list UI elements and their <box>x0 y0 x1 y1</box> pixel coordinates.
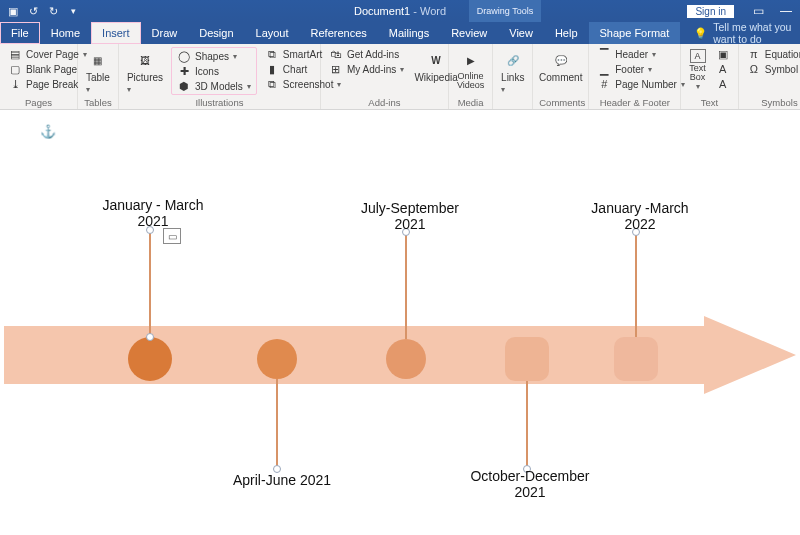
anchor-icon: ⚓ <box>40 124 56 139</box>
screenshot-icon: ⧉ <box>265 77 279 91</box>
group-header-footer: ▔Header ▁Footer #Page Number Header & Fo… <box>589 44 681 109</box>
timeline-label-4[interactable]: October-December 2021 <box>470 468 590 500</box>
tab-review[interactable]: Review <box>440 22 498 44</box>
header-button[interactable]: ▔Header <box>595 47 687 61</box>
window-controls: Sign in ▭ — <box>687 0 800 22</box>
group-illustrations: 🖼 Pictures ◯Shapes ✚Icons ⬢3D Models ⧉Sm… <box>119 44 321 109</box>
shapes-icon: ◯ <box>177 49 191 63</box>
tab-view[interactable]: View <box>498 22 544 44</box>
tab-design[interactable]: Design <box>188 22 244 44</box>
timeline-marker-4[interactable] <box>505 337 549 381</box>
qat-customize-icon[interactable]: ▾ <box>66 4 80 18</box>
connector-4[interactable] <box>526 381 528 469</box>
tab-draw[interactable]: Draw <box>141 22 189 44</box>
tab-home[interactable]: Home <box>40 22 91 44</box>
contextual-tab-drawing-tools: Drawing Tools <box>469 0 541 22</box>
timeline-marker-2[interactable] <box>257 339 297 379</box>
wordart-icon: A <box>716 62 730 76</box>
undo-icon[interactable]: ↺ <box>26 4 40 18</box>
group-label: Text <box>687 96 732 108</box>
chart-icon: ▮ <box>265 62 279 76</box>
tab-mailings[interactable]: Mailings <box>378 22 440 44</box>
symbol-button[interactable]: ΩSymbol <box>745 62 800 76</box>
redo-icon[interactable]: ↻ <box>46 4 60 18</box>
timeline-label-3[interactable]: July-September 2021 <box>350 200 470 232</box>
tell-me-placeholder: Tell me what you want to do <box>713 21 800 45</box>
group-label: Header & Footer <box>595 96 674 108</box>
page-number-button[interactable]: #Page Number <box>595 77 687 91</box>
addins-icon: ⊞ <box>329 62 343 76</box>
blank-page-icon: ▢ <box>8 62 22 76</box>
pictures-icon: 🖼 <box>134 49 156 71</box>
group-label: Symbols <box>745 96 800 108</box>
smartart-icon: ⧉ <box>265 47 279 61</box>
timeline-marker-5[interactable] <box>614 337 658 381</box>
store-icon: 🛍 <box>329 47 343 61</box>
page-break-button[interactable]: ⤓Page Break <box>6 77 89 91</box>
connector-1[interactable] <box>149 230 151 337</box>
get-addins-button[interactable]: 🛍Get Add-ins <box>327 47 406 61</box>
timeline-label-5[interactable]: January -March 2022 <box>580 200 700 232</box>
ribbon: ▤Cover Page ▢Blank Page ⤓Page Break Page… <box>0 44 800 110</box>
timeline-label-1[interactable]: January - March 2021 <box>88 197 218 229</box>
equation-button[interactable]: πEquation <box>745 47 800 61</box>
window-title: Document1 - Word <box>0 5 800 17</box>
table-button[interactable]: ▦ Table <box>84 47 112 96</box>
symbol-icon: Ω <box>747 62 761 76</box>
connector-2[interactable] <box>276 379 278 469</box>
online-videos-button[interactable]: ▶ Online Videos <box>455 47 486 92</box>
document-canvas[interactable]: ⚓ January - March 2021 July-September 20… <box>0 110 800 535</box>
drop-cap-icon: A <box>716 77 730 91</box>
wordart-button[interactable]: A <box>714 62 732 76</box>
header-icon: ▔ <box>597 47 611 61</box>
footer-button[interactable]: ▁Footer <box>595 62 687 76</box>
shapes-button[interactable]: ◯Shapes <box>175 49 253 63</box>
connector-3[interactable] <box>405 232 407 339</box>
layout-options-button[interactable]: ▭ <box>163 228 181 244</box>
icons-button[interactable]: ✚Icons <box>175 64 253 78</box>
sign-in-button[interactable]: Sign in <box>687 5 734 18</box>
video-icon: ▶ <box>460 49 482 71</box>
tab-file[interactable]: File <box>0 22 40 44</box>
cover-page-button[interactable]: ▤Cover Page <box>6 47 89 61</box>
cover-page-icon: ▤ <box>8 47 22 61</box>
connector-5[interactable] <box>635 232 637 337</box>
minimize-icon[interactable]: — <box>772 4 800 18</box>
tab-insert[interactable]: Insert <box>91 22 141 44</box>
drop-cap-button[interactable]: A <box>714 77 732 91</box>
text-box-icon: A <box>690 49 706 63</box>
3d-models-button[interactable]: ⬢3D Models <box>175 79 253 93</box>
quick-parts-button[interactable]: ▣ <box>714 47 732 61</box>
illustrations-highlight-box: ◯Shapes ✚Icons ⬢3D Models <box>171 47 257 95</box>
group-label: Illustrations <box>125 96 314 108</box>
links-button[interactable]: 🔗 Links <box>499 47 526 96</box>
quick-parts-icon: ▣ <box>716 47 730 61</box>
timeline-marker-3[interactable] <box>386 339 426 379</box>
tab-layout[interactable]: Layout <box>245 22 300 44</box>
group-label <box>499 96 526 108</box>
ribbon-tabs: File Home Insert Draw Design Layout Refe… <box>0 22 800 44</box>
tell-me-search[interactable]: 💡 Tell me what you want to do <box>680 22 800 44</box>
my-addins-button[interactable]: ⊞My Add-ins <box>327 62 406 76</box>
tab-shape-format[interactable]: Shape Format <box>589 22 681 44</box>
page-break-icon: ⤓ <box>8 77 22 91</box>
page-number-icon: # <box>597 77 611 91</box>
comment-button[interactable]: 💬 Comment <box>537 47 584 85</box>
group-label: Comments <box>539 96 582 108</box>
blank-page-button[interactable]: ▢Blank Page <box>6 62 89 76</box>
wikipedia-icon: W <box>425 49 447 71</box>
comment-icon: 💬 <box>550 49 572 71</box>
text-box-button[interactable]: A Text Box <box>687 47 708 93</box>
group-links: 🔗 Links <box>493 44 533 109</box>
tab-help[interactable]: Help <box>544 22 589 44</box>
document-name: Document1 <box>354 5 410 17</box>
group-label: Add-ins <box>327 96 442 108</box>
title-bar: ▣ ↺ ↻ ▾ Document1 - Word Drawing Tools S… <box>0 0 800 22</box>
tab-references[interactable]: References <box>300 22 378 44</box>
timeline-label-2[interactable]: April-June 2021 <box>222 472 342 488</box>
pictures-button[interactable]: 🖼 Pictures <box>125 47 165 96</box>
group-text: A Text Box ▣ A A Text <box>681 44 739 109</box>
timeline-marker-1[interactable] <box>128 337 172 381</box>
ribbon-display-options-icon[interactable]: ▭ <box>744 4 772 18</box>
save-icon[interactable]: ▣ <box>6 4 20 18</box>
